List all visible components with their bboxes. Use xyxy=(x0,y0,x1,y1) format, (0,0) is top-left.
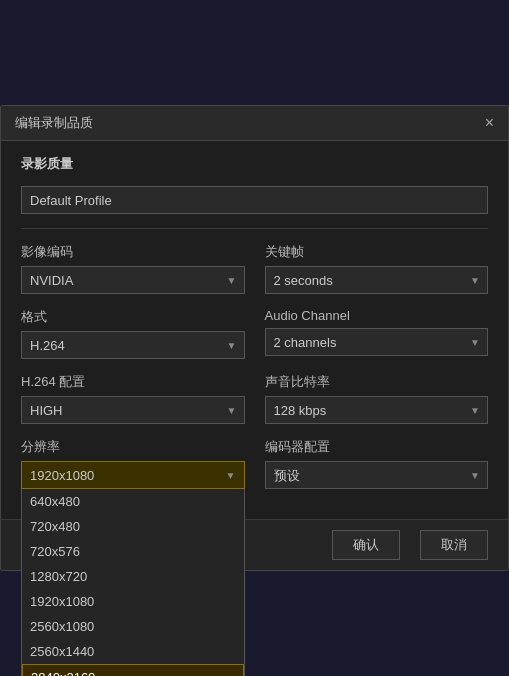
video-codec-label: 影像编码 xyxy=(21,243,245,261)
keyframe-group: 关键帧 2 seconds 1 seconds 3 seconds 5 seco… xyxy=(265,243,489,294)
recording-quality-label: 录影质量 xyxy=(21,155,488,173)
audio-channel-group: Audio Channel 2 channels 1 channel 4 cha… xyxy=(265,308,489,359)
close-button[interactable]: × xyxy=(485,115,494,131)
resolution-option-2560x1080[interactable]: 2560x1080 xyxy=(22,614,244,639)
resolution-option-2560x1440[interactable]: 2560x1440 xyxy=(22,639,244,664)
keyframe-label: 关键帧 xyxy=(265,243,489,261)
resolution-dropdown-wrapper: 1920x1080 640x480 720x480 720x576 1280x7… xyxy=(21,461,245,489)
audio-bitrate-label: 声音比特率 xyxy=(265,373,489,391)
resolution-dropdown-list: 640x480 720x480 720x576 1280x720 1920x10… xyxy=(21,489,245,676)
resolution-encoder-row: 分辨率 1920x1080 640x480 720x480 720x576 12… xyxy=(21,438,488,497)
video-codec-select[interactable]: NVIDIA x264 x265 xyxy=(21,266,245,294)
audio-channel-label: Audio Channel xyxy=(265,308,489,323)
encoder-config-select-wrapper: 预设 自定义 xyxy=(265,461,489,489)
audio-bitrate-select[interactable]: 128 kbps 64 kbps 192 kbps 256 kbps 320 k… xyxy=(265,396,489,424)
encoder-config-group: 编码器配置 预设 自定义 xyxy=(265,438,489,489)
resolution-selected-value: 1920x1080 xyxy=(30,468,94,483)
resolution-option-720x576[interactable]: 720x576 xyxy=(22,539,244,564)
cancel-button[interactable]: 取消 xyxy=(420,530,488,560)
footer-right: 确认 取消 xyxy=(332,530,488,560)
format-audiochannel-row: 格式 H.264 H.265 VP9 Audio Channel 2 chann… xyxy=(21,308,488,359)
resolution-group: 分辨率 1920x1080 640x480 720x480 720x576 12… xyxy=(21,438,245,497)
h264config-audiobitrate-row: H.264 配置 HIGH BASELINE MAIN 声音比特率 128 kb… xyxy=(21,373,488,424)
keyframe-select-wrapper: 2 seconds 1 seconds 3 seconds 5 seconds xyxy=(265,266,489,294)
confirm-button[interactable]: 确认 xyxy=(332,530,400,560)
audio-channel-select-wrapper: 2 channels 1 channel 4 channels xyxy=(265,328,489,356)
audio-bitrate-select-wrapper: 128 kbps 64 kbps 192 kbps 256 kbps 320 k… xyxy=(265,396,489,424)
encoder-config-select[interactable]: 预设 自定义 xyxy=(265,461,489,489)
dialog-body: 录影质量 影像编码 NVIDIA x264 x265 关键帧 xyxy=(1,141,508,519)
format-label: 格式 xyxy=(21,308,245,326)
format-select[interactable]: H.264 H.265 VP9 xyxy=(21,331,245,359)
profile-input[interactable] xyxy=(21,186,488,214)
format-group: 格式 H.264 H.265 VP9 xyxy=(21,308,245,359)
resolution-label: 分辨率 xyxy=(21,438,245,456)
keyframe-select[interactable]: 2 seconds 1 seconds 3 seconds 5 seconds xyxy=(265,266,489,294)
video-codec-select-wrapper: NVIDIA x264 x265 xyxy=(21,266,245,294)
dialog-title: 编辑录制品质 xyxy=(15,114,93,132)
h264-config-select-wrapper: HIGH BASELINE MAIN xyxy=(21,396,245,424)
h264-config-label: H.264 配置 xyxy=(21,373,245,391)
format-select-wrapper: H.264 H.265 VP9 xyxy=(21,331,245,359)
divider-1 xyxy=(21,228,488,229)
video-codec-group: 影像编码 NVIDIA x264 x265 xyxy=(21,243,245,294)
h264-config-group: H.264 配置 HIGH BASELINE MAIN xyxy=(21,373,245,424)
resolution-option-1920x1080[interactable]: 1920x1080 xyxy=(22,589,244,614)
resolution-select-button[interactable]: 1920x1080 xyxy=(21,461,245,489)
audio-channel-select[interactable]: 2 channels 1 channel 4 channels xyxy=(265,328,489,356)
recording-quality-section: 录影质量 xyxy=(21,155,488,214)
encoder-config-label: 编码器配置 xyxy=(265,438,489,456)
h264-config-select[interactable]: HIGH BASELINE MAIN xyxy=(21,396,245,424)
resolution-option-640x480[interactable]: 640x480 xyxy=(22,489,244,514)
resolution-option-720x480[interactable]: 720x480 xyxy=(22,514,244,539)
edit-recording-quality-dialog: 编辑录制品质 × 录影质量 影像编码 NVIDIA x264 x265 关键帧 xyxy=(0,105,509,571)
resolution-option-3840x2160[interactable]: 3840x2160 xyxy=(22,664,244,676)
resolution-option-1280x720[interactable]: 1280x720 xyxy=(22,564,244,589)
codec-keyframe-row: 影像编码 NVIDIA x264 x265 关键帧 2 seconds 1 se… xyxy=(21,243,488,294)
dialog-header: 编辑录制品质 × xyxy=(1,106,508,141)
audio-bitrate-group: 声音比特率 128 kbps 64 kbps 192 kbps 256 kbps… xyxy=(265,373,489,424)
